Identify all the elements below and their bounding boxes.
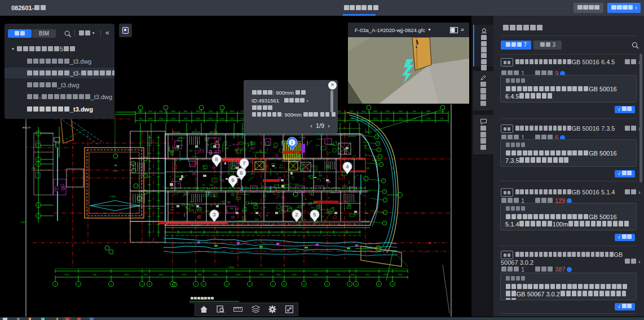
svg-text:WPC2040: WPC2040: [172, 131, 180, 134]
svg-text:900: 900: [291, 176, 294, 179]
svg-text:6: 6: [149, 283, 150, 286]
svg-text:900: 900: [93, 274, 96, 276]
svg-text:900: 900: [171, 206, 174, 208]
svg-text:900: 900: [192, 205, 195, 207]
svg-text:2000: 2000: [440, 110, 444, 113]
svg-text:5: 5: [195, 283, 196, 286]
svg-text:1400: 1400: [171, 110, 175, 113]
svg-text:1#xx: 1#xx: [420, 212, 424, 215]
svg-text:2700: 2700: [426, 118, 431, 120]
svg-text:5300: 5300: [236, 274, 241, 276]
svg-text:57500: 57500: [228, 266, 235, 269]
svg-text:3000: 3000: [366, 167, 370, 170]
svg-text:4: 4: [78, 283, 79, 286]
svg-text:900: 900: [337, 274, 340, 276]
svg-text:2750: 2750: [292, 274, 297, 276]
svg-text:WPC2040: WPC2040: [210, 131, 218, 134]
svg-text:100: 100: [440, 118, 444, 120]
svg-text:WPC1318: WPC1318: [192, 131, 200, 134]
svg-text:2: 2: [38, 215, 39, 217]
svg-text:3300: 3300: [267, 191, 271, 193]
svg-text:3: 3: [272, 283, 274, 286]
svg-text:3: 3: [55, 283, 56, 286]
svg-text:20: 20: [378, 283, 380, 286]
svg-text:3000: 3000: [365, 212, 369, 215]
svg-text:2: 2: [38, 159, 39, 161]
svg-text:1300: 1300: [159, 118, 164, 120]
svg-text:2#: 2#: [392, 167, 395, 170]
svg-text:1400: 1400: [398, 110, 403, 113]
svg-text:3300: 3300: [314, 202, 317, 204]
svg-text:1: 1: [290, 139, 293, 145]
svg-text:600: 600: [186, 193, 189, 195]
svg-text:3300: 3300: [251, 173, 255, 175]
svg-text:900: 900: [302, 204, 305, 206]
svg-text:900: 900: [307, 175, 310, 177]
svg-text:16: 16: [202, 283, 205, 286]
svg-text:3300: 3300: [210, 184, 214, 186]
svg-text:1500: 1500: [200, 189, 204, 192]
svg-text:-97.85: -97.85: [422, 251, 427, 254]
svg-text:2360: 2360: [171, 118, 175, 120]
svg-text:4500: 4500: [351, 274, 355, 276]
svg-text:2: 2: [295, 211, 298, 217]
svg-text:1500: 1500: [364, 145, 368, 147]
svg-text:600: 600: [309, 202, 312, 204]
svg-text:DMFB0641L: DMFB0641L: [372, 159, 382, 162]
svg-text:11: 11: [349, 283, 351, 286]
svg-text:5.000: 5.000: [20, 221, 25, 224]
svg-text:250: 250: [184, 118, 187, 120]
svg-text:4.450: 4.450: [113, 170, 118, 172]
svg-text:1300: 1300: [314, 274, 318, 276]
svg-text:C# 3RFFFRA 4.20: C# 3RFFFRA 4.20: [253, 152, 267, 154]
svg-text:ZK: ZK: [114, 164, 117, 167]
svg-text:900: 900: [184, 110, 187, 113]
svg-text:4: 4: [346, 163, 349, 170]
svg-text:3300: 3300: [205, 210, 209, 212]
svg-text:3550: 3550: [276, 274, 281, 276]
svg-text:2000: 2000: [367, 190, 371, 192]
svg-text:5: 5: [38, 163, 39, 166]
svg-text:3600: 3600: [230, 110, 235, 113]
svg-text:2700: 2700: [209, 118, 213, 120]
svg-text:8: 8: [215, 156, 218, 162]
svg-text:900: 900: [366, 274, 369, 276]
svg-text:3600: 3600: [196, 110, 200, 113]
svg-text:3: 3: [213, 211, 215, 217]
svg-text:5: 5: [313, 211, 316, 217]
svg-text:J-1: J-1: [25, 146, 28, 148]
svg-text:17: 17: [110, 283, 112, 286]
svg-text:1500: 1500: [279, 167, 283, 169]
svg-text:16: 16: [391, 283, 394, 286]
svg-text:2: 2: [38, 145, 39, 147]
svg-text:2360: 2360: [373, 118, 378, 120]
svg-text:4500: 4500: [65, 274, 69, 276]
svg-text:18: 18: [283, 283, 285, 286]
svg-text:600: 600: [254, 157, 257, 159]
svg-text:8: 8: [38, 205, 39, 207]
svg-text:1500: 1500: [189, 150, 193, 152]
svg-text:7: 7: [242, 160, 245, 166]
svg-text:2000: 2000: [148, 110, 153, 113]
svg-text:600: 600: [311, 207, 314, 209]
svg-text:3550: 3550: [125, 274, 129, 276]
svg-text:1400: 1400: [209, 110, 213, 113]
svg-text:900: 900: [144, 274, 148, 276]
svg-text:11: 11: [326, 283, 328, 286]
svg-text:1250: 1250: [224, 148, 228, 150]
svg-text:BWQ178: BWQ178: [23, 127, 30, 129]
svg-text:14: 14: [141, 283, 143, 286]
svg-text:FHQ: FHQ: [338, 201, 343, 203]
svg-text:700: 700: [139, 118, 142, 120]
svg-text:250: 250: [386, 118, 389, 120]
svg-text:JFL.PUL: JFL.PUL: [232, 144, 240, 146]
svg-text:600: 600: [316, 178, 319, 180]
svg-text:3300: 3300: [319, 175, 323, 177]
svg-text:250: 250: [399, 118, 402, 120]
svg-text:800: 800: [350, 110, 353, 113]
svg-text:3600: 3600: [426, 110, 431, 113]
svg-text:6.400: 6.400: [110, 195, 116, 198]
svg-text:9: 9: [231, 177, 234, 183]
svg-text:1300: 1300: [220, 118, 224, 120]
svg-text:900: 900: [202, 184, 205, 186]
